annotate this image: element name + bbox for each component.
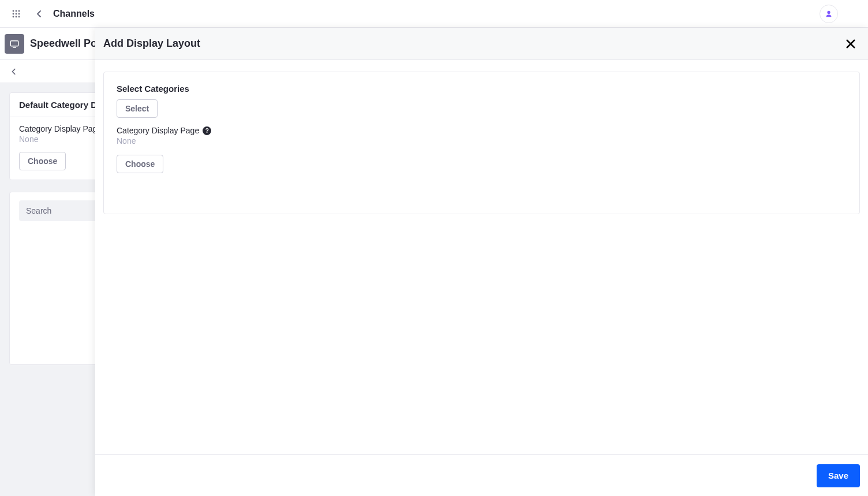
channel-icon xyxy=(5,34,24,54)
category-display-page-label: Category Display Page ? xyxy=(117,126,847,135)
panel-body: Select Categories Select Category Displa… xyxy=(95,60,868,454)
select-categories-section: Select Categories Select Category Displa… xyxy=(103,72,860,214)
app-menu-icon[interactable] xyxy=(7,5,25,23)
field-label-text: Category Display Page xyxy=(117,126,199,135)
topbar: Channels xyxy=(0,0,868,28)
svg-rect-9 xyxy=(10,40,18,46)
svg-point-5 xyxy=(18,13,20,14)
panel-title: Add Display Layout xyxy=(103,38,200,50)
page-title: Channels xyxy=(53,9,95,19)
user-avatar[interactable] xyxy=(820,5,838,23)
svg-point-4 xyxy=(16,13,17,14)
svg-point-8 xyxy=(18,16,20,17)
select-button[interactable]: Select xyxy=(117,99,158,118)
save-button[interactable]: Save xyxy=(817,464,860,487)
help-icon[interactable]: ? xyxy=(203,126,211,135)
choose-button[interactable]: Choose xyxy=(117,155,163,173)
svg-point-0 xyxy=(13,10,14,12)
svg-point-3 xyxy=(13,13,14,14)
site-title: Speedwell Por xyxy=(30,38,101,50)
section-heading: Select Categories xyxy=(117,84,847,94)
svg-point-1 xyxy=(16,10,17,12)
close-icon[interactable] xyxy=(841,35,860,53)
svg-point-2 xyxy=(18,10,20,12)
category-display-page-value: None xyxy=(117,136,847,146)
panel-footer: Save xyxy=(95,454,868,496)
svg-point-7 xyxy=(16,16,17,17)
svg-point-6 xyxy=(13,16,14,17)
back-icon[interactable] xyxy=(30,5,48,23)
panel-header: Add Display Layout xyxy=(95,28,868,60)
choose-button[interactable]: Choose xyxy=(19,152,66,170)
back-icon[interactable] xyxy=(5,62,23,81)
add-display-layout-panel: Add Display Layout Select Categories Sel… xyxy=(95,28,868,496)
